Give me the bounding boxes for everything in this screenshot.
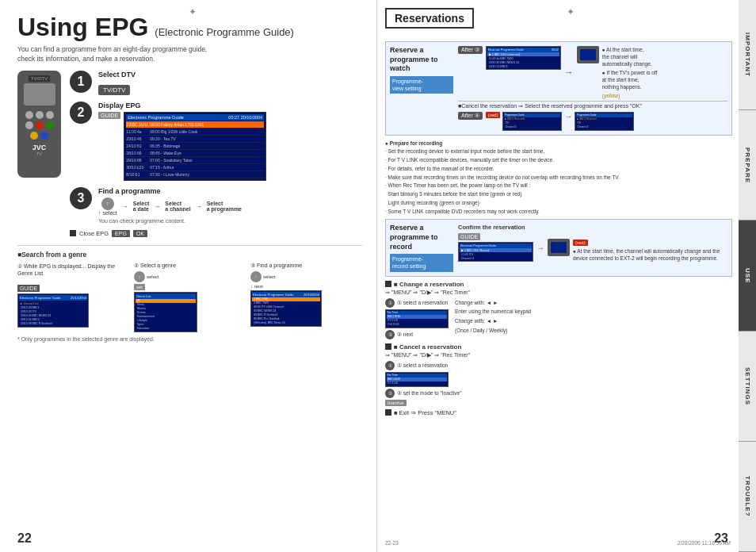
side-tabs: IMPORTANT PREPARE USE SETTINGS TROUBLE? — [739, 0, 756, 552]
inactive-badge: Inactive — [385, 400, 407, 406]
programme-view-badge: Programme-view setting — [390, 76, 453, 94]
step-2-number: 2 — [70, 102, 92, 124]
cancel-step1-label: ① select a reservation — [397, 362, 448, 369]
genre-select-label: select — [147, 274, 159, 279]
genre-only-note: * Only programmes in the selected genre … — [17, 336, 362, 342]
step-1-section: 1 Select DTV TV/DTV — [70, 71, 362, 95]
yellow-label: (yellow) — [602, 93, 727, 98]
select-label-1: ↑ select — [98, 210, 117, 216]
left-page: ✦ Using EPG (Electronic Programme Guide)… — [0, 0, 377, 552]
select-channel-label: Selecta channel — [165, 201, 190, 212]
change-steps: ① ① select a reservation Rec Timer BBC1 … — [385, 298, 449, 339]
genre-section: ■Search from a genre ① While EPG is disp… — [17, 245, 362, 342]
select-programme-label: Selecta programme — [207, 201, 242, 212]
step-2-label: Display EPG — [98, 102, 362, 109]
watch-screen-1: Electronic Programme Guide08:42 ▶ 2 BBC … — [486, 46, 561, 70]
cancel-title: ■ Cancel a reservation — [394, 343, 461, 351]
genre-prog-screen: Electronic Programme Guide20/10/2004 1 B… — [250, 290, 322, 327]
cancel-watch-note: ■Cancel the reservation ⇒ Select the res… — [458, 101, 727, 109]
tab-settings[interactable]: SETTINGS — [739, 332, 756, 442]
tv-icon-1 — [577, 46, 599, 63]
reserve-record-title: Reserve a programme to record — [390, 224, 453, 251]
crosshair-top-right: ✦ — [567, 6, 575, 17]
exit-bullet — [385, 409, 391, 416]
change-reservation: ■ Change a reservation ⇒ "MENU" ⇒ "D/▶" … — [385, 281, 732, 339]
tvdtv-button[interactable]: TV/DTV — [98, 85, 130, 95]
genre-small-screen: Electronic Programme Guide20/11/2004 ► G… — [17, 293, 89, 328]
epg-row-7: 30/10 £2007:15 - Arthur — [126, 164, 264, 171]
tv-remote: TV/DTV JVC TV — [17, 71, 61, 178]
arrow-2: → — [564, 112, 572, 121]
page-intro: You can find a programme from an eight-d… — [17, 45, 362, 64]
date-stamp: 22-23 — [385, 540, 399, 546]
genre-set-label: set — [134, 284, 145, 290]
epg-row-3: 23/10 4609:20 - Tea TV — [126, 136, 264, 143]
epg-key: EPG — [112, 230, 130, 237]
epg-row-4: 24/10 6106:35 - Bobinage — [126, 143, 264, 150]
cancel-step1-icon: ① — [385, 361, 395, 370]
after3-badge: After ③ — [458, 46, 483, 54]
step-3-number: 3 — [70, 187, 92, 209]
tab-important[interactable]: IMPORTANT — [739, 0, 756, 110]
right-page: ✦ Reservations Reserve a programme to wa… — [377, 0, 756, 552]
arrow-1: → — [122, 203, 128, 210]
tab-trouble[interactable]: TROUBLE? — [739, 442, 756, 552]
ide-badge: GUIDE — [458, 233, 480, 240]
select-btn-1[interactable]: ↑ — [101, 197, 114, 210]
date-stamp-right: 2/20/2006 11:16:56 AM — [678, 540, 731, 546]
epg-row-6: 29/10 8907:00 - Snailsbury Tales — [126, 157, 264, 164]
record-screen: Electronic Programme Guide ▶ 2 BBC 1V/U … — [458, 242, 533, 262]
programme-record-badge: Programme-record setting — [390, 254, 453, 271]
change-notes: Change with: ◄ ► Enter using the numeric… — [455, 298, 531, 335]
epg-row-1: 2 BBC 1V/U 08:00 Feilory 8ritan 1702-190… — [126, 121, 264, 128]
reserve-watch-title: Reserve a programme to watch — [390, 46, 453, 74]
close-epg-label: Close EPG — [79, 230, 109, 237]
genre-select-btn[interactable]: ↑ — [134, 271, 145, 282]
tab-prepare[interactable]: PREPARE — [739, 110, 756, 220]
guide-badge: GUIDE — [98, 112, 120, 119]
confirm-label: Confirm the reservation — [458, 224, 525, 231]
exit-text: ■ Exit ⇒ Press "MENU" — [394, 409, 456, 416]
page-container: ✦ Using EPG (Electronic Programme Guide)… — [0, 0, 756, 552]
can-check-note: You can check programme content. — [98, 218, 362, 224]
exit-note: ■ Exit ⇒ Press "MENU" — [385, 409, 732, 416]
genre-step-1: ① While EPG is displayed... Display the … — [17, 263, 129, 328]
arrow-2: → — [154, 203, 160, 210]
change-step1-label: ① select a reservation — [397, 300, 448, 306]
change-bullet — [385, 281, 391, 287]
epg-row-2: 11:00 4a09:00 Big 1/20h Little Cook — [126, 128, 264, 136]
genre-title: ■Search from a genre — [17, 251, 362, 259]
record-at-start: ● At the start time, the channel will au… — [573, 247, 727, 262]
change-title: ■ Change a reservation — [394, 281, 464, 288]
tv-icon-2 — [548, 239, 570, 256]
watch-screen-2: Programme Guide ▶ BBC1 Reserved ITV Chan… — [502, 112, 562, 131]
step-2-section: 2 Display EPG GUIDE Electronic Programme… — [70, 102, 362, 181]
genre-find-select-label: select — [263, 274, 276, 279]
tab-use[interactable]: USE — [739, 220, 756, 331]
red-label-2: (red) — [573, 240, 588, 246]
genre-step-2: ② Select a genre ↑ select set Genre List… — [134, 263, 246, 332]
watch-screen-3: Programme Guide ▶ BBC1 Reserved ITV Chan… — [575, 112, 634, 131]
genre-find-select-btn[interactable]: ↑ — [250, 271, 262, 282]
epg-screen: Electronic Programme Guide 05:27 20/10/2… — [124, 112, 266, 181]
arrow-3: → — [196, 203, 202, 210]
cancel-step2-label: ② set the mode to "Inactive" — [397, 390, 461, 397]
step-3-section: 3 Find a programme ↑ ↑ select → Selecta … — [70, 187, 362, 224]
page-number-left: 22 — [17, 531, 32, 546]
genre-next-label: ↓ next — [250, 284, 362, 289]
cancel-res-screen: Rec Timer BBC1 20:00 ITV 21:00 — [385, 372, 449, 387]
genre-list: Genre List All News Movies Drama Enterta… — [134, 292, 197, 332]
step-1-number: 1 — [70, 71, 92, 93]
genre-step2-label: ② Select a genre — [134, 263, 246, 269]
cancel-reservation: ■ Cancel a reservation ⇒ "MENU" ⇒ "D/▶" … — [385, 343, 732, 406]
close-epg: Close EPG EPG OK — [70, 230, 362, 237]
genre-step3-label: ③ Find a programme — [250, 263, 362, 269]
crosshair-top-left: ✦ — [189, 6, 197, 17]
cancel-bullet — [385, 343, 391, 350]
red-label-1: (red) — [486, 112, 501, 118]
after4-badge: After ④ — [458, 112, 483, 120]
change-step1-icon: ① — [385, 298, 395, 308]
select-date-label: Selecta date — [133, 201, 150, 212]
reservations-title: Reservations — [385, 8, 474, 29]
change-step2-icon: ② — [385, 330, 395, 339]
